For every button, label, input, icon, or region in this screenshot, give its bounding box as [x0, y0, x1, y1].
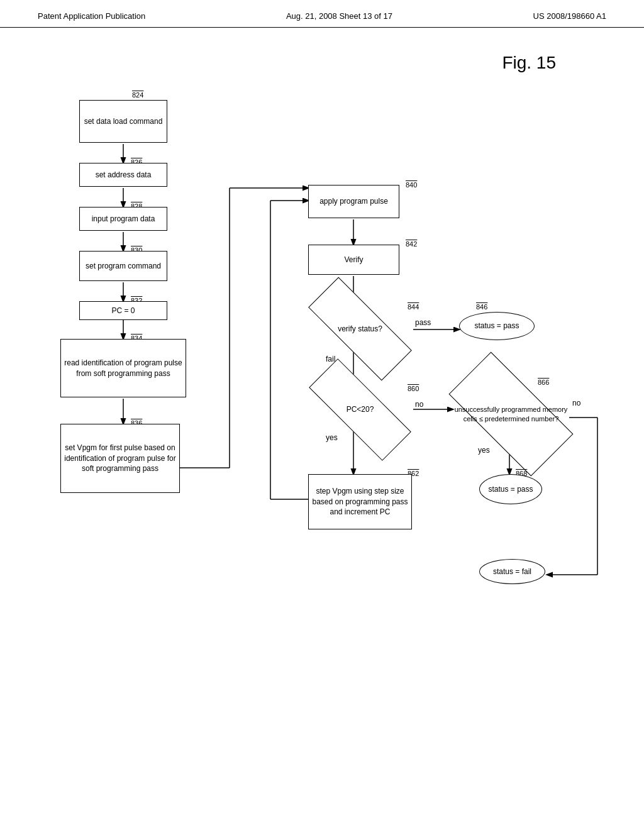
box-set-data-load-command: set data load command [79, 100, 167, 143]
diagram-area: Fig. 15 [0, 28, 644, 814]
ref-840: 840 [406, 180, 417, 189]
header-left: Patent Application Publication [38, 11, 145, 21]
diamond-unsuccessfully-programmed: unsuccessfully programmed memory cells ≤… [453, 384, 569, 444]
ref-842: 842 [406, 240, 417, 248]
page-header: Patent Application Publication Aug. 21, … [0, 0, 644, 28]
box-pc-equals-0: PC = 0 [79, 301, 167, 320]
oval-status-pass-bottom: status = pass [479, 474, 542, 504]
label-yes1: yes [326, 433, 338, 442]
box-set-vpgm: set Vpgm for first pulse based on identi… [60, 424, 180, 493]
box-set-address-data: set address data [79, 163, 167, 187]
diamond-pc-less-20: PC<20? [308, 389, 412, 430]
box-apply-program-pulse: apply program pulse [308, 185, 399, 218]
header-right: US 2008/198660 A1 [533, 11, 606, 21]
label-no2: no [572, 399, 580, 407]
header-center: Aug. 21, 2008 Sheet 13 of 17 [286, 11, 392, 21]
box-input-program-data: input program data [79, 207, 167, 231]
box-verify: Verify [308, 245, 399, 275]
oval-status-pass-top: status = pass [459, 312, 535, 340]
label-yes2: yes [478, 446, 490, 455]
oval-status-fail: status = fail [479, 559, 545, 584]
figure-title: Fig. 15 [502, 53, 556, 73]
box-step-vpgm: step Vpgm using step size based on progr… [308, 474, 412, 529]
ref-824: 824 [132, 91, 143, 99]
box-set-program-command: set program command [79, 251, 167, 281]
diamond-verify-status: verify status? [308, 307, 412, 350]
ref-846: 846 [476, 302, 487, 311]
label-no1: no [415, 400, 423, 409]
box-read-identification: read identification of program pulse fro… [60, 339, 186, 397]
label-pass: pass [415, 318, 431, 327]
